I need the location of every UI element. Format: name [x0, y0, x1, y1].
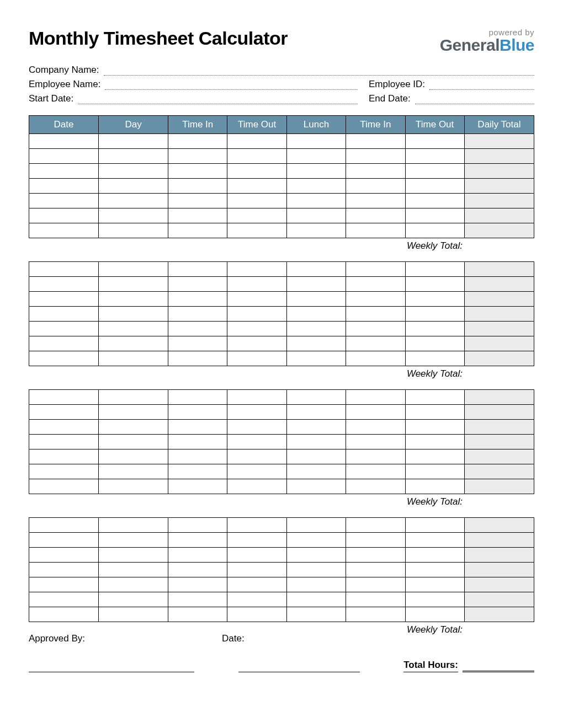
timesheet-cell[interactable]	[29, 607, 99, 622]
timesheet-cell[interactable]	[99, 548, 168, 563]
timesheet-cell[interactable]	[286, 464, 346, 479]
timesheet-cell[interactable]	[405, 223, 464, 238]
timesheet-cell[interactable]	[29, 179, 99, 194]
timesheet-cell[interactable]	[168, 277, 227, 292]
timesheet-cell[interactable]	[227, 134, 286, 149]
timesheet-cell[interactable]	[405, 533, 464, 548]
timesheet-cell[interactable]	[99, 420, 168, 435]
timesheet-cell[interactable]	[286, 292, 346, 307]
timesheet-cell[interactable]	[346, 149, 405, 164]
footer-date-input[interactable]	[238, 672, 360, 672]
timesheet-cell[interactable]	[29, 464, 99, 479]
timesheet-cell[interactable]	[405, 307, 464, 322]
timesheet-cell[interactable]	[168, 390, 227, 405]
timesheet-cell[interactable]	[405, 336, 464, 351]
timesheet-cell[interactable]	[99, 277, 168, 292]
timesheet-cell[interactable]	[286, 149, 346, 164]
timesheet-cell[interactable]	[286, 449, 346, 464]
timesheet-cell[interactable]	[168, 592, 227, 607]
timesheet-cell[interactable]	[346, 223, 405, 238]
timesheet-cell[interactable]	[168, 449, 227, 464]
timesheet-cell[interactable]	[227, 435, 286, 449]
timesheet-cell[interactable]	[29, 592, 99, 607]
company-name-input[interactable]	[104, 66, 534, 76]
timesheet-cell[interactable]	[227, 405, 286, 420]
timesheet-cell[interactable]	[286, 134, 346, 149]
timesheet-cell[interactable]	[29, 322, 99, 336]
timesheet-cell[interactable]	[286, 435, 346, 449]
timesheet-cell[interactable]	[346, 390, 405, 405]
timesheet-cell[interactable]	[405, 563, 464, 577]
timesheet-cell[interactable]	[346, 134, 405, 149]
timesheet-cell[interactable]	[29, 208, 99, 223]
timesheet-cell[interactable]	[405, 405, 464, 420]
timesheet-cell[interactable]	[405, 262, 464, 277]
timesheet-cell[interactable]	[286, 592, 346, 607]
timesheet-cell[interactable]	[99, 390, 168, 405]
timesheet-cell[interactable]	[286, 336, 346, 351]
timesheet-cell[interactable]	[29, 262, 99, 277]
timesheet-cell[interactable]	[227, 533, 286, 548]
timesheet-cell[interactable]	[346, 518, 405, 533]
timesheet-cell[interactable]	[405, 577, 464, 592]
timesheet-cell[interactable]	[227, 592, 286, 607]
timesheet-cell[interactable]	[29, 149, 99, 164]
approved-by-input[interactable]	[29, 672, 194, 672]
timesheet-cell[interactable]	[227, 307, 286, 322]
timesheet-cell[interactable]	[29, 390, 99, 405]
timesheet-cell[interactable]	[286, 322, 346, 336]
timesheet-cell[interactable]	[168, 405, 227, 420]
timesheet-cell[interactable]	[168, 479, 227, 494]
timesheet-cell[interactable]	[227, 208, 286, 223]
timesheet-cell[interactable]	[168, 149, 227, 164]
timesheet-cell[interactable]	[99, 292, 168, 307]
timesheet-cell[interactable]	[227, 464, 286, 479]
timesheet-cell[interactable]	[405, 322, 464, 336]
timesheet-cell[interactable]	[29, 518, 99, 533]
timesheet-cell[interactable]	[286, 577, 346, 592]
timesheet-cell[interactable]	[227, 194, 286, 208]
timesheet-cell[interactable]	[227, 179, 286, 194]
timesheet-cell[interactable]	[346, 307, 405, 322]
timesheet-cell[interactable]	[286, 518, 346, 533]
timesheet-cell[interactable]	[168, 533, 227, 548]
timesheet-cell[interactable]	[29, 277, 99, 292]
timesheet-cell[interactable]	[227, 548, 286, 563]
timesheet-cell[interactable]	[99, 208, 168, 223]
timesheet-cell[interactable]	[227, 351, 286, 366]
timesheet-cell[interactable]	[227, 479, 286, 494]
timesheet-cell[interactable]	[405, 607, 464, 622]
timesheet-cell[interactable]	[286, 533, 346, 548]
timesheet-cell[interactable]	[346, 533, 405, 548]
timesheet-cell[interactable]	[227, 322, 286, 336]
timesheet-cell[interactable]	[346, 336, 405, 351]
timesheet-cell[interactable]	[286, 548, 346, 563]
timesheet-cell[interactable]	[346, 563, 405, 577]
timesheet-cell[interactable]	[405, 592, 464, 607]
timesheet-cell[interactable]	[346, 464, 405, 479]
timesheet-cell[interactable]	[99, 194, 168, 208]
timesheet-cell[interactable]	[99, 223, 168, 238]
timesheet-cell[interactable]	[99, 149, 168, 164]
timesheet-cell[interactable]	[29, 577, 99, 592]
timesheet-cell[interactable]	[99, 262, 168, 277]
timesheet-cell[interactable]	[346, 208, 405, 223]
timesheet-cell[interactable]	[168, 194, 227, 208]
timesheet-cell[interactable]	[227, 164, 286, 179]
timesheet-cell[interactable]	[405, 390, 464, 405]
timesheet-cell[interactable]	[405, 479, 464, 494]
timesheet-cell[interactable]	[346, 435, 405, 449]
timesheet-cell[interactable]	[99, 134, 168, 149]
timesheet-cell[interactable]	[168, 336, 227, 351]
timesheet-cell[interactable]	[29, 164, 99, 179]
timesheet-cell[interactable]	[29, 223, 99, 238]
timesheet-cell[interactable]	[99, 464, 168, 479]
timesheet-cell[interactable]	[99, 336, 168, 351]
timesheet-cell[interactable]	[168, 577, 227, 592]
timesheet-cell[interactable]	[286, 479, 346, 494]
timesheet-cell[interactable]	[99, 518, 168, 533]
employee-name-input[interactable]	[105, 80, 358, 90]
timesheet-cell[interactable]	[346, 322, 405, 336]
timesheet-cell[interactable]	[405, 149, 464, 164]
timesheet-cell[interactable]	[168, 435, 227, 449]
